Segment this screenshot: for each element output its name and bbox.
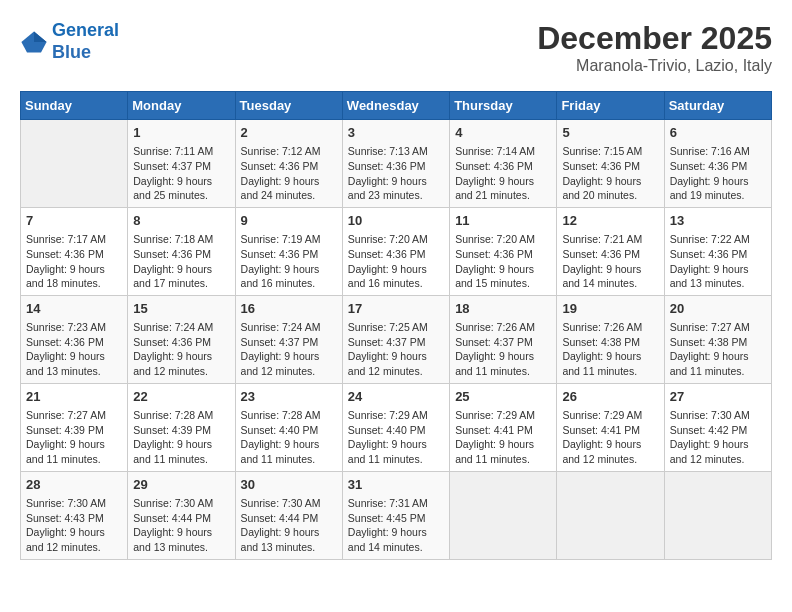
day-number: 23 <box>241 388 337 406</box>
day-info: Sunrise: 7:26 AM Sunset: 4:37 PM Dayligh… <box>455 320 551 379</box>
calendar-cell <box>664 471 771 559</box>
day-number: 12 <box>562 212 658 230</box>
day-info: Sunrise: 7:30 AM Sunset: 4:42 PM Dayligh… <box>670 408 766 467</box>
calendar-cell: 13Sunrise: 7:22 AM Sunset: 4:36 PM Dayli… <box>664 207 771 295</box>
calendar-cell: 11Sunrise: 7:20 AM Sunset: 4:36 PM Dayli… <box>450 207 557 295</box>
day-info: Sunrise: 7:13 AM Sunset: 4:36 PM Dayligh… <box>348 144 444 203</box>
day-number: 14 <box>26 300 122 318</box>
day-number: 28 <box>26 476 122 494</box>
calendar-cell: 20Sunrise: 7:27 AM Sunset: 4:38 PM Dayli… <box>664 295 771 383</box>
day-number: 21 <box>26 388 122 406</box>
day-info: Sunrise: 7:20 AM Sunset: 4:36 PM Dayligh… <box>348 232 444 291</box>
calendar-cell: 29Sunrise: 7:30 AM Sunset: 4:44 PM Dayli… <box>128 471 235 559</box>
day-number: 27 <box>670 388 766 406</box>
day-number: 30 <box>241 476 337 494</box>
calendar-cell: 15Sunrise: 7:24 AM Sunset: 4:36 PM Dayli… <box>128 295 235 383</box>
calendar-cell: 7Sunrise: 7:17 AM Sunset: 4:36 PM Daylig… <box>21 207 128 295</box>
calendar-cell: 28Sunrise: 7:30 AM Sunset: 4:43 PM Dayli… <box>21 471 128 559</box>
day-number: 16 <box>241 300 337 318</box>
day-info: Sunrise: 7:30 AM Sunset: 4:44 PM Dayligh… <box>133 496 229 555</box>
day-number: 29 <box>133 476 229 494</box>
day-number: 13 <box>670 212 766 230</box>
logo-text: General Blue <box>52 20 119 63</box>
weekday-header: Saturday <box>664 92 771 120</box>
calendar-cell: 27Sunrise: 7:30 AM Sunset: 4:42 PM Dayli… <box>664 383 771 471</box>
day-info: Sunrise: 7:14 AM Sunset: 4:36 PM Dayligh… <box>455 144 551 203</box>
logo: General Blue <box>20 20 119 63</box>
day-number: 8 <box>133 212 229 230</box>
day-info: Sunrise: 7:28 AM Sunset: 4:39 PM Dayligh… <box>133 408 229 467</box>
day-number: 17 <box>348 300 444 318</box>
logo-icon <box>20 28 48 56</box>
day-info: Sunrise: 7:11 AM Sunset: 4:37 PM Dayligh… <box>133 144 229 203</box>
calendar-cell: 31Sunrise: 7:31 AM Sunset: 4:45 PM Dayli… <box>342 471 449 559</box>
weekday-header: Tuesday <box>235 92 342 120</box>
calendar-cell: 21Sunrise: 7:27 AM Sunset: 4:39 PM Dayli… <box>21 383 128 471</box>
calendar-table: SundayMondayTuesdayWednesdayThursdayFrid… <box>20 91 772 560</box>
day-number: 25 <box>455 388 551 406</box>
weekday-header: Thursday <box>450 92 557 120</box>
day-number: 6 <box>670 124 766 142</box>
day-number: 5 <box>562 124 658 142</box>
day-number: 1 <box>133 124 229 142</box>
day-info: Sunrise: 7:28 AM Sunset: 4:40 PM Dayligh… <box>241 408 337 467</box>
calendar-cell: 12Sunrise: 7:21 AM Sunset: 4:36 PM Dayli… <box>557 207 664 295</box>
calendar-cell: 26Sunrise: 7:29 AM Sunset: 4:41 PM Dayli… <box>557 383 664 471</box>
day-info: Sunrise: 7:31 AM Sunset: 4:45 PM Dayligh… <box>348 496 444 555</box>
svg-marker-1 <box>34 31 47 42</box>
day-number: 15 <box>133 300 229 318</box>
day-info: Sunrise: 7:18 AM Sunset: 4:36 PM Dayligh… <box>133 232 229 291</box>
day-info: Sunrise: 7:29 AM Sunset: 4:41 PM Dayligh… <box>562 408 658 467</box>
calendar-week-row: 21Sunrise: 7:27 AM Sunset: 4:39 PM Dayli… <box>21 383 772 471</box>
day-number: 24 <box>348 388 444 406</box>
calendar-cell <box>450 471 557 559</box>
calendar-cell: 25Sunrise: 7:29 AM Sunset: 4:41 PM Dayli… <box>450 383 557 471</box>
calendar-week-row: 7Sunrise: 7:17 AM Sunset: 4:36 PM Daylig… <box>21 207 772 295</box>
day-number: 22 <box>133 388 229 406</box>
day-info: Sunrise: 7:16 AM Sunset: 4:36 PM Dayligh… <box>670 144 766 203</box>
calendar-cell: 16Sunrise: 7:24 AM Sunset: 4:37 PM Dayli… <box>235 295 342 383</box>
day-info: Sunrise: 7:21 AM Sunset: 4:36 PM Dayligh… <box>562 232 658 291</box>
calendar-cell: 22Sunrise: 7:28 AM Sunset: 4:39 PM Dayli… <box>128 383 235 471</box>
day-number: 18 <box>455 300 551 318</box>
calendar-week-row: 14Sunrise: 7:23 AM Sunset: 4:36 PM Dayli… <box>21 295 772 383</box>
calendar-cell: 3Sunrise: 7:13 AM Sunset: 4:36 PM Daylig… <box>342 120 449 208</box>
day-info: Sunrise: 7:17 AM Sunset: 4:36 PM Dayligh… <box>26 232 122 291</box>
logo-line2: Blue <box>52 42 91 62</box>
calendar-cell: 1Sunrise: 7:11 AM Sunset: 4:37 PM Daylig… <box>128 120 235 208</box>
weekday-header: Monday <box>128 92 235 120</box>
calendar-cell: 10Sunrise: 7:20 AM Sunset: 4:36 PM Dayli… <box>342 207 449 295</box>
day-number: 31 <box>348 476 444 494</box>
day-number: 20 <box>670 300 766 318</box>
calendar-cell: 9Sunrise: 7:19 AM Sunset: 4:36 PM Daylig… <box>235 207 342 295</box>
calendar-cell: 2Sunrise: 7:12 AM Sunset: 4:36 PM Daylig… <box>235 120 342 208</box>
day-number: 19 <box>562 300 658 318</box>
calendar-cell <box>557 471 664 559</box>
day-info: Sunrise: 7:12 AM Sunset: 4:36 PM Dayligh… <box>241 144 337 203</box>
calendar-week-row: 1Sunrise: 7:11 AM Sunset: 4:37 PM Daylig… <box>21 120 772 208</box>
day-number: 3 <box>348 124 444 142</box>
title-block: December 2025 Maranola-Trivio, Lazio, It… <box>537 20 772 75</box>
day-info: Sunrise: 7:15 AM Sunset: 4:36 PM Dayligh… <box>562 144 658 203</box>
calendar-cell: 14Sunrise: 7:23 AM Sunset: 4:36 PM Dayli… <box>21 295 128 383</box>
calendar-cell: 30Sunrise: 7:30 AM Sunset: 4:44 PM Dayli… <box>235 471 342 559</box>
calendar-cell: 24Sunrise: 7:29 AM Sunset: 4:40 PM Dayli… <box>342 383 449 471</box>
weekday-header-row: SundayMondayTuesdayWednesdayThursdayFrid… <box>21 92 772 120</box>
weekday-header: Wednesday <box>342 92 449 120</box>
day-info: Sunrise: 7:27 AM Sunset: 4:38 PM Dayligh… <box>670 320 766 379</box>
location-title: Maranola-Trivio, Lazio, Italy <box>537 57 772 75</box>
calendar-cell: 18Sunrise: 7:26 AM Sunset: 4:37 PM Dayli… <box>450 295 557 383</box>
calendar-cell: 8Sunrise: 7:18 AM Sunset: 4:36 PM Daylig… <box>128 207 235 295</box>
weekday-header: Sunday <box>21 92 128 120</box>
page-header: General Blue December 2025 Maranola-Triv… <box>20 20 772 75</box>
month-title: December 2025 <box>537 20 772 57</box>
day-info: Sunrise: 7:29 AM Sunset: 4:41 PM Dayligh… <box>455 408 551 467</box>
day-info: Sunrise: 7:30 AM Sunset: 4:44 PM Dayligh… <box>241 496 337 555</box>
day-info: Sunrise: 7:25 AM Sunset: 4:37 PM Dayligh… <box>348 320 444 379</box>
day-number: 26 <box>562 388 658 406</box>
day-number: 7 <box>26 212 122 230</box>
calendar-cell: 6Sunrise: 7:16 AM Sunset: 4:36 PM Daylig… <box>664 120 771 208</box>
calendar-cell: 17Sunrise: 7:25 AM Sunset: 4:37 PM Dayli… <box>342 295 449 383</box>
day-info: Sunrise: 7:29 AM Sunset: 4:40 PM Dayligh… <box>348 408 444 467</box>
day-info: Sunrise: 7:24 AM Sunset: 4:37 PM Dayligh… <box>241 320 337 379</box>
